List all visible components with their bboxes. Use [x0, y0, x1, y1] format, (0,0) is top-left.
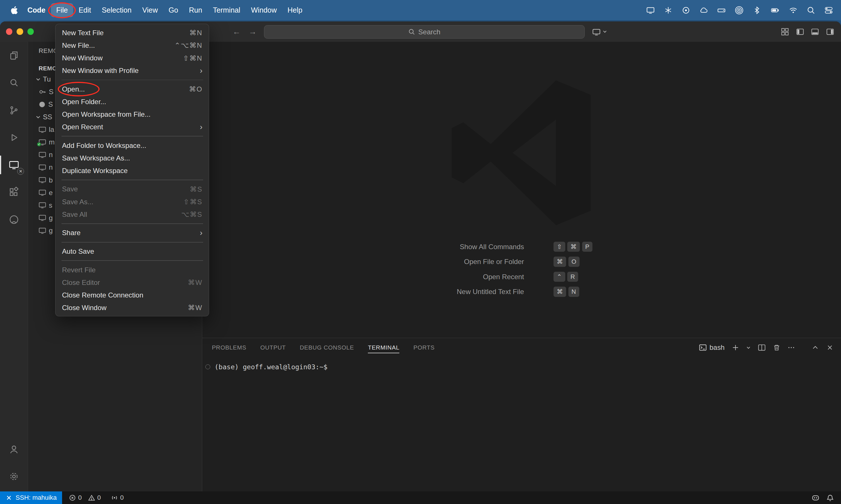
vscode-window: Search REMO REMOT — [0, 21, 841, 504]
run-debug-icon[interactable] — [0, 124, 28, 151]
menu-item-auto-save[interactable]: Auto Save — [55, 245, 209, 258]
remote-indicator[interactable]: SSH: mahuika — [0, 491, 62, 504]
editor-area[interactable]: Show All Commands ⇧ ⌘ P Open File or Fol… — [202, 42, 841, 338]
menu-item-open[interactable]: Open... ⌘O — [55, 83, 209, 95]
menubar-item-run[interactable]: Run — [184, 3, 208, 17]
remote-explorer-icon[interactable] — [0, 151, 28, 179]
source-control-icon[interactable] — [0, 97, 28, 124]
search-view-icon[interactable] — [0, 69, 28, 97]
status-bar: SSH: mahuika 0 0 0 — [0, 491, 841, 504]
zoom-window-button[interactable] — [28, 28, 34, 35]
monitor-icon — [39, 164, 46, 171]
notifications-bell-icon[interactable] — [826, 494, 834, 501]
menu-item-share[interactable]: Share — [55, 227, 209, 239]
monitor-icon — [39, 139, 46, 146]
toggle-primary-sidebar-icon[interactable] — [796, 28, 804, 36]
new-terminal-icon[interactable] — [732, 344, 739, 351]
menubar-item-label: Run — [189, 6, 202, 14]
go-forward-icon[interactable] — [248, 27, 257, 36]
airdrop-icon[interactable] — [735, 6, 744, 15]
key-badge: ⌘ — [567, 242, 580, 252]
key-badge: ⌘ — [554, 287, 566, 296]
tab-debug-console[interactable]: DEBUG CONSOLE — [293, 338, 361, 357]
tree-item-label: S — [49, 88, 53, 96]
wifi-icon[interactable] — [789, 6, 798, 15]
menu-item-open-recent[interactable]: Open Recent — [55, 121, 209, 133]
watermark-shortcut-row: New Untitled Text File ⌘ N — [202, 284, 841, 300]
menubar-app-name[interactable]: Code — [22, 3, 51, 17]
menu-item-new-window[interactable]: New Window⇧⌘N — [55, 52, 209, 65]
flower-icon[interactable] — [664, 6, 673, 15]
menu-item-save-workspace-as[interactable]: Save Workspace As... — [55, 152, 209, 164]
aperture-icon[interactable] — [682, 6, 690, 15]
kill-terminal-trash-icon[interactable] — [773, 344, 780, 351]
menubar-item-edit[interactable]: Edit — [73, 3, 96, 17]
menu-item-new-window-with-profile[interactable]: New Window with Profile — [55, 65, 209, 77]
menu-item-duplicate-workspace[interactable]: Duplicate Workspace — [55, 164, 209, 177]
terminal-dropdown-chevron-icon[interactable] — [746, 345, 751, 350]
menubar-item-label: Terminal — [213, 6, 240, 14]
cloud-icon[interactable] — [699, 6, 708, 15]
menubar-item-terminal[interactable]: Terminal — [208, 3, 246, 17]
toggle-secondary-sidebar-icon[interactable] — [826, 28, 834, 36]
problems-status[interactable]: 0 0 — [66, 491, 104, 504]
tab-problems[interactable]: PROBLEMS — [205, 338, 253, 357]
shortcut-label: Open Recent — [202, 273, 524, 281]
menu-item-new-text-file[interactable]: New Text File⌘N — [55, 26, 209, 39]
menu-item-save: Save⌘S — [55, 183, 209, 195]
ports-status[interactable]: 0 — [108, 491, 127, 504]
menubar-item-selection[interactable]: Selection — [96, 3, 137, 17]
close-panel-icon[interactable] — [826, 344, 834, 351]
tab-terminal[interactable]: TERMINAL — [361, 338, 407, 357]
toggle-panel-icon[interactable] — [811, 28, 819, 36]
menubar-item-help[interactable]: Help — [282, 3, 308, 17]
minimize-window-button[interactable] — [17, 28, 23, 35]
chevron-down-icon — [35, 77, 41, 82]
menu-item-add-folder-to-workspace[interactable]: Add Folder to Workspace... — [55, 139, 209, 152]
more-actions-icon[interactable] — [788, 344, 795, 351]
menubar-item-view[interactable]: View — [137, 3, 163, 17]
menu-item-label: Save All — [62, 211, 87, 218]
menu-item-close-window[interactable]: Close Window⌘W — [55, 302, 209, 314]
menubar-item-file[interactable]: File — [51, 3, 73, 17]
submenu-chevron-icon — [200, 229, 202, 237]
activity-bar-bottom — [0, 436, 28, 490]
spotlight-search-icon[interactable] — [807, 6, 815, 15]
close-window-button[interactable] — [6, 28, 13, 35]
shortcut-keys: ⌃ R — [554, 272, 578, 282]
maximize-panel-icon[interactable] — [811, 344, 819, 351]
shell-selector[interactable]: bash — [699, 344, 724, 352]
monitor-dropdown-control[interactable] — [592, 21, 607, 42]
tree-item-label: b — [49, 176, 53, 184]
customize-layout-icon[interactable] — [781, 28, 789, 36]
explorer-icon[interactable] — [0, 42, 28, 69]
terminal-view[interactable]: (base) geoff.weal@login03:~$ — [202, 357, 841, 371]
github-view-icon[interactable] — [0, 206, 28, 233]
apple-logo-icon[interactable] — [10, 6, 18, 15]
account-icon[interactable] — [0, 436, 28, 463]
go-back-icon[interactable] — [232, 27, 241, 36]
settings-gear-icon[interactable] — [0, 463, 28, 490]
split-terminal-icon[interactable] — [758, 344, 766, 352]
menubar-item-window[interactable]: Window — [246, 3, 282, 17]
menu-item-open-workspace-from-file[interactable]: Open Workspace from File... — [55, 108, 209, 121]
drive-icon[interactable] — [717, 6, 726, 15]
display-icon[interactable] — [646, 6, 655, 15]
copilot-icon[interactable] — [811, 494, 820, 502]
menubar-item-go[interactable]: Go — [163, 3, 183, 17]
tab-output[interactable]: OUTPUT — [253, 338, 293, 357]
shortcut-label: New Untitled Text File — [202, 288, 524, 296]
bluetooth-icon[interactable] — [753, 6, 761, 15]
submenu-chevron-icon — [200, 123, 202, 131]
menu-item-close-remote-connection[interactable]: Close Remote Connection — [55, 289, 209, 302]
tab-ports[interactable]: PORTS — [407, 338, 442, 357]
key-badge: N — [568, 287, 579, 296]
extensions-icon[interactable] — [0, 179, 28, 206]
menu-item-new-file[interactable]: New File...⌃⌥⌘N — [55, 39, 209, 52]
command-center-search[interactable]: Search — [264, 25, 585, 39]
warnings-item: 0 — [85, 494, 104, 501]
control-center-icon[interactable] — [824, 6, 833, 15]
menu-item-open-folder[interactable]: Open Folder... — [55, 95, 209, 108]
menu-separator — [55, 221, 209, 227]
battery-icon[interactable] — [770, 6, 780, 15]
